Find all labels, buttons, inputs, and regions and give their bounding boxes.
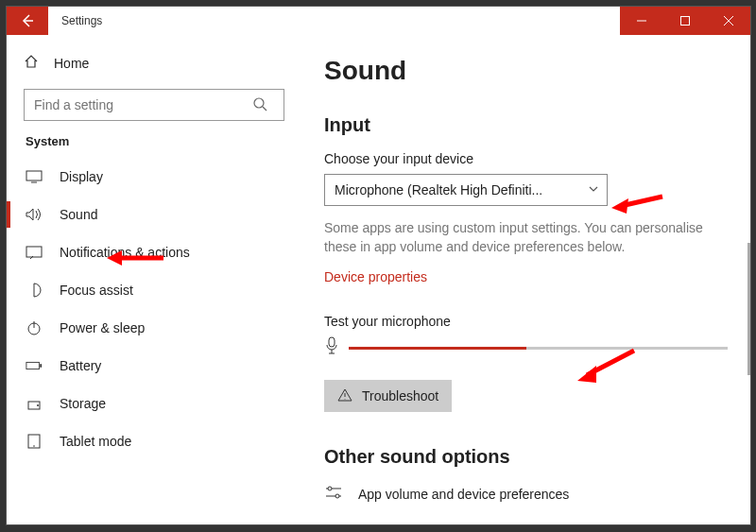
sidebar-item-label: Focus assist bbox=[60, 283, 133, 298]
svg-point-1 bbox=[254, 98, 264, 108]
svg-rect-11 bbox=[329, 337, 335, 347]
dropdown-value: Microphone (Realtek High Definiti... bbox=[335, 182, 588, 197]
sidebar: Home System Display Sound Notifications … bbox=[7, 35, 300, 524]
titlebar: Settings bbox=[7, 7, 750, 35]
content: Home System Display Sound Notifications … bbox=[7, 35, 750, 524]
sidebar-item-notifications[interactable]: Notifications & actions bbox=[14, 233, 294, 271]
search-wrap bbox=[24, 89, 284, 121]
mic-level-fill bbox=[349, 347, 526, 350]
main-panel: Sound Input Choose your input device Mic… bbox=[300, 35, 750, 524]
search-icon bbox=[252, 96, 267, 115]
tablet-icon bbox=[26, 434, 43, 449]
sidebar-item-display[interactable]: Display bbox=[14, 158, 294, 196]
sidebar-item-sound[interactable]: Sound bbox=[14, 196, 294, 233]
display-icon bbox=[26, 170, 43, 183]
scrollbar-thumb[interactable] bbox=[747, 243, 750, 375]
svg-rect-0 bbox=[681, 17, 690, 26]
maximize-icon bbox=[679, 15, 691, 26]
sliders-icon bbox=[324, 485, 343, 503]
storage-icon bbox=[26, 396, 43, 411]
sidebar-item-focus[interactable]: Focus assist bbox=[14, 271, 294, 309]
close-button[interactable] bbox=[707, 7, 750, 35]
test-mic-label: Test your microphone bbox=[324, 314, 728, 329]
svg-rect-5 bbox=[26, 362, 40, 369]
window-title: Settings bbox=[48, 7, 102, 35]
sidebar-item-label: Display bbox=[60, 169, 103, 184]
sound-icon bbox=[26, 207, 43, 222]
home-icon bbox=[24, 54, 39, 72]
sidebar-item-tablet[interactable]: Tablet mode bbox=[14, 422, 294, 460]
sidebar-item-label: Sound bbox=[60, 207, 97, 222]
search-input[interactable] bbox=[24, 89, 284, 121]
svg-point-8 bbox=[37, 404, 39, 406]
sidebar-item-label: Storage bbox=[60, 396, 106, 411]
troubleshoot-button[interactable]: Troubleshoot bbox=[324, 380, 452, 412]
back-button[interactable] bbox=[7, 7, 48, 35]
close-icon bbox=[723, 15, 734, 26]
sidebar-section-label: System bbox=[14, 134, 294, 158]
chevron-down-icon bbox=[588, 182, 599, 197]
sidebar-item-label: Power & sleep bbox=[60, 320, 145, 335]
input-device-dropdown[interactable]: Microphone (Realtek High Definiti... bbox=[324, 174, 608, 206]
sidebar-item-label: Tablet mode bbox=[60, 434, 131, 449]
warning-icon bbox=[337, 387, 352, 405]
home-button[interactable]: Home bbox=[14, 46, 294, 79]
sidebar-item-battery[interactable]: Battery bbox=[14, 347, 294, 385]
battery-icon bbox=[26, 360, 43, 371]
svg-point-13 bbox=[335, 494, 339, 498]
sidebar-item-storage[interactable]: Storage bbox=[14, 385, 294, 422]
sidebar-item-label: Battery bbox=[60, 358, 101, 373]
choose-input-label: Choose your input device bbox=[324, 151, 728, 166]
notifications-icon bbox=[26, 246, 43, 259]
troubleshoot-label: Troubleshoot bbox=[362, 388, 438, 403]
svg-rect-2 bbox=[26, 171, 42, 180]
home-label: Home bbox=[54, 56, 89, 71]
minimize-icon bbox=[636, 15, 647, 26]
svg-rect-6 bbox=[40, 364, 42, 368]
microphone-icon bbox=[324, 336, 339, 359]
mic-level-row bbox=[324, 336, 728, 359]
svg-point-10 bbox=[33, 445, 35, 447]
focus-icon bbox=[26, 283, 43, 298]
mic-level-bar bbox=[349, 347, 728, 350]
settings-window: Settings Home bbox=[6, 6, 751, 525]
device-properties-link[interactable]: Device properties bbox=[324, 269, 427, 284]
maximize-button[interactable] bbox=[663, 7, 707, 35]
page-title: Sound bbox=[324, 56, 728, 86]
minimize-button[interactable] bbox=[620, 7, 663, 35]
sidebar-item-power[interactable]: Power & sleep bbox=[14, 309, 294, 347]
window-buttons bbox=[620, 7, 750, 35]
app-volume-option[interactable]: App volume and device preferences bbox=[324, 485, 728, 503]
other-options-heading: Other sound options bbox=[324, 446, 728, 468]
app-volume-label: App volume and device preferences bbox=[358, 487, 569, 502]
input-heading: Input bbox=[324, 114, 728, 136]
sidebar-item-label: Notifications & actions bbox=[60, 245, 190, 260]
custom-settings-note: Some apps are using custom input setting… bbox=[324, 219, 728, 256]
power-icon bbox=[26, 320, 43, 335]
svg-rect-3 bbox=[26, 247, 42, 257]
svg-point-12 bbox=[328, 487, 332, 490]
arrow-left-icon bbox=[20, 13, 35, 28]
